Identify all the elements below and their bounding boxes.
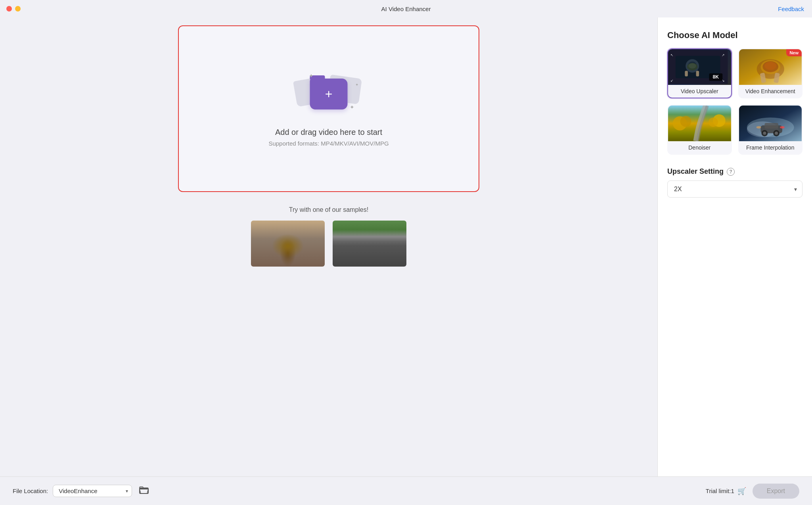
feedback-link[interactable]: Feedback (778, 6, 804, 12)
svg-point-36 (756, 126, 761, 129)
model-card-denoiser[interactable]: Denoiser (667, 105, 732, 155)
svg-text:8K: 8K (713, 74, 719, 80)
upscaler-thumb-svg: ↖ ↗ ↙ ↘ 8K (668, 49, 728, 85)
drop-zone-title: Add or drag video here to start (275, 128, 382, 137)
minimize-button[interactable] (15, 6, 21, 12)
drop-zone[interactable]: + ✦ ✦ ✦ Add or drag video here to start … (178, 25, 479, 192)
sparkle-icon-3: ✦ (355, 83, 358, 87)
models-grid: ↖ ↗ ↙ ↘ 8K Video Upscaler (667, 48, 802, 155)
svg-point-20 (764, 62, 776, 70)
trial-limit-text: Trial limit:1 (706, 488, 734, 494)
right-panel: Choose AI Model (657, 17, 812, 476)
close-button[interactable] (6, 6, 12, 12)
svg-point-35 (780, 126, 785, 129)
model-card-enhancement[interactable]: New Video Enhancement (738, 48, 803, 98)
traffic-thumbnail (333, 221, 406, 267)
svg-text:↖: ↖ (670, 53, 674, 57)
svg-point-34 (775, 132, 778, 135)
model-thumb-upscaler: ↖ ↗ ↙ ↘ 8K (668, 49, 731, 85)
svg-rect-38 (140, 489, 148, 493)
model-label-denoiser: Denoiser (668, 141, 731, 154)
squirrel-thumbnail (251, 221, 325, 267)
folder-browse-button[interactable] (136, 484, 152, 498)
sparkle-icon-1: ✦ (309, 73, 314, 79)
folder-plus-icon: + (325, 88, 333, 100)
app-title: AI Video Enhancer (381, 6, 431, 12)
svg-point-23 (680, 116, 691, 127)
folder-main-icon: + (310, 79, 348, 109)
svg-point-33 (763, 132, 766, 135)
denoiser-thumb-svg (668, 106, 731, 141)
model-card-frame-interpolation[interactable]: Frame Interpolation (738, 105, 803, 155)
model-card-upscaler[interactable]: ↖ ↗ ↙ ↘ 8K Video Upscaler (667, 48, 732, 98)
svg-rect-6 (685, 71, 688, 76)
model-thumb-frame-interp (739, 106, 802, 141)
upscaler-dropdown-wrapper: 2X 4X 8X ▾ (667, 180, 802, 198)
samples-section: Try with one of our samples! (178, 206, 479, 267)
svg-rect-30 (764, 123, 778, 129)
model-label-upscaler: Video Upscaler (668, 85, 731, 98)
window-controls (6, 6, 21, 12)
model-thumb-enhancement: New (739, 49, 802, 85)
file-location-select-wrapper: VideoEnhance ▾ (53, 485, 132, 497)
svg-text:↙: ↙ (670, 78, 674, 83)
drop-zone-subtitle: Supported formats: MP4/MKV/AVI/MOV/MPG (268, 140, 389, 147)
samples-grid (178, 220, 479, 267)
file-location-label: File Location: (13, 488, 48, 494)
svg-point-5 (689, 63, 696, 69)
choose-model-title: Choose AI Model (667, 30, 802, 40)
upscaler-thumb-content: ↖ ↗ ↙ ↘ 8K (668, 49, 728, 85)
cart-icon: 🛒 (737, 487, 746, 495)
new-badge: New (786, 49, 802, 56)
folder-icon-container: + ✦ ✦ ✦ (301, 71, 356, 118)
main-content: + ✦ ✦ ✦ Add or drag video here to start … (0, 17, 812, 476)
samples-title: Try with one of our samples! (178, 206, 479, 213)
export-button[interactable]: Export (753, 484, 799, 499)
help-icon[interactable]: ? (727, 168, 735, 176)
sample-squirrel[interactable] (250, 220, 326, 267)
sparkle-icon-2: ✦ (350, 104, 354, 110)
trial-info: Trial limit:1 🛒 (706, 487, 746, 495)
titlebar: AI Video Enhancer Feedback (0, 0, 812, 17)
upscaler-setting-section: Upscaler Setting ? 2X 4X 8X ▾ (667, 167, 802, 198)
left-panel: + ✦ ✦ ✦ Add or drag video here to start … (0, 17, 657, 476)
folder-open-icon (139, 486, 149, 494)
upscaler-dropdown[interactable]: 2X 4X 8X (667, 180, 802, 198)
sample-traffic[interactable] (332, 220, 407, 267)
upscaler-setting-title: Upscaler Setting ? (667, 167, 802, 176)
svg-point-25 (709, 117, 718, 127)
bottom-right: Trial limit:1 🛒 Export (706, 484, 799, 499)
model-thumb-denoiser (668, 106, 731, 141)
upscaler-setting-label: Upscaler Setting (667, 167, 724, 176)
model-label-enhancement: Video Enhancement (739, 85, 802, 98)
model-label-frame-interpolation: Frame Interpolation (739, 141, 802, 154)
file-location-select[interactable]: VideoEnhance (53, 485, 132, 497)
bottom-bar: File Location: VideoEnhance ▾ Trial limi… (0, 476, 812, 505)
svg-rect-7 (696, 71, 699, 76)
svg-text:↗: ↗ (722, 53, 725, 57)
frame-interp-thumb-svg (739, 106, 802, 141)
